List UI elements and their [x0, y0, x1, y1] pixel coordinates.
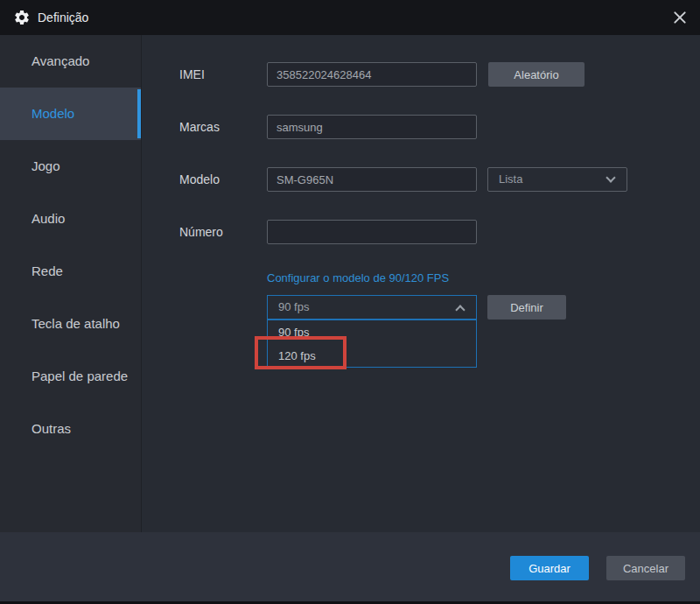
- footer: Guardar Cancelar: [0, 532, 700, 604]
- marcas-label: Marcas: [179, 115, 220, 139]
- lista-dropdown[interactable]: Lista: [487, 167, 627, 192]
- fps-option-90[interactable]: 90 fps: [268, 320, 476, 344]
- fps-select-value: 90 fps: [278, 300, 309, 313]
- gear-icon: [13, 9, 31, 26]
- sidebar-item-label: Audio: [32, 211, 65, 226]
- lista-dropdown-value: Lista: [499, 172, 522, 186]
- fps-option-120[interactable]: 120 fps: [268, 344, 476, 368]
- sidebar-item-label: Jogo: [32, 158, 60, 173]
- chevron-up-icon: [455, 305, 465, 314]
- sidebar-item-label: Papel de parede: [32, 369, 128, 383]
- marcas-input[interactable]: [267, 115, 477, 139]
- sidebar-item-tecla-de-atalho[interactable]: Tecla de atalho: [0, 298, 141, 350]
- modelo-label: Modelo: [179, 167, 220, 192]
- fps-select[interactable]: 90 fps: [267, 295, 477, 320]
- window-title: Definição: [38, 0, 88, 35]
- sidebar-item-label: Rede: [32, 263, 63, 278]
- sidebar-item-label: Outras: [32, 421, 71, 436]
- numero-label: Número: [179, 220, 223, 244]
- sidebar-item-outras[interactable]: Outras: [0, 403, 141, 455]
- sidebar-item-label: Modelo: [32, 106, 74, 121]
- numero-input[interactable]: [267, 220, 477, 244]
- cancel-button[interactable]: Cancelar: [606, 556, 685, 580]
- sidebar-item-label: Tecla de atalho: [32, 316, 120, 331]
- fps-options-panel: 90 fps 120 fps: [267, 320, 477, 368]
- fps-config-link[interactable]: Configurar o modelo de 90/120 FPS: [267, 271, 449, 284]
- imei-input[interactable]: [267, 62, 477, 87]
- modelo-input[interactable]: [267, 167, 477, 192]
- settings-dialog: Definição Avançado Modelo Jogo Audio Red…: [0, 0, 700, 604]
- sidebar-item-modelo[interactable]: Modelo: [0, 88, 141, 140]
- imei-label: IMEI: [179, 62, 205, 87]
- titlebar: Definição: [0, 0, 700, 35]
- sidebar-item-papel-de-parede[interactable]: Papel de parede: [0, 350, 141, 403]
- save-button[interactable]: Guardar: [510, 556, 589, 580]
- random-imei-button[interactable]: Aleatório: [488, 62, 584, 87]
- sidebar-item-label: Avançado: [32, 53, 89, 68]
- sidebar-item-rede[interactable]: Rede: [0, 245, 141, 298]
- sidebar-item-avancado[interactable]: Avançado: [0, 35, 141, 88]
- sidebar-item-audio[interactable]: Audio: [0, 193, 141, 245]
- sidebar-item-jogo[interactable]: Jogo: [0, 140, 141, 193]
- definir-button[interactable]: Definir: [487, 295, 566, 320]
- sidebar: Avançado Modelo Jogo Audio Rede Tecla de…: [0, 35, 142, 532]
- close-icon[interactable]: [670, 8, 690, 27]
- chevron-down-icon: [606, 172, 615, 182]
